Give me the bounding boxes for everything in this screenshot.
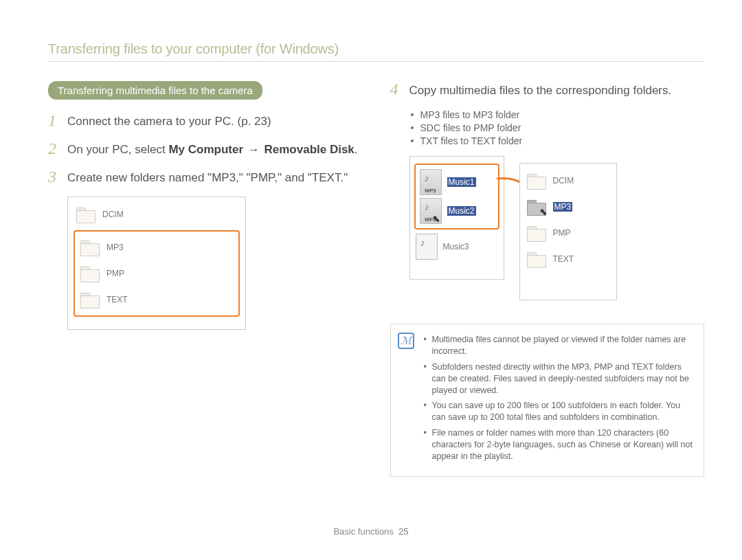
- source-files-window: ♪MP3 Music1 ♪MP3 Music2 ⬉ ♪ Music3: [409, 156, 504, 280]
- note-item: File names or folder names with more tha…: [424, 427, 695, 462]
- note-item: Subfolders nested directly within the MP…: [424, 361, 695, 396]
- folder-icon: [79, 265, 101, 282]
- step-3: 3 Create new folders named "MP3," "PMP,"…: [48, 168, 363, 186]
- folder-icon: [526, 224, 548, 242]
- folder-item-mp3-target: MP3 ⬉: [524, 194, 612, 220]
- folder-window-illustration: DCIM MP3 PMP TEXT: [67, 197, 246, 330]
- step-text: On your PC, select My Computer → Removab…: [67, 140, 358, 157]
- text-fragment: .: [355, 143, 358, 156]
- step-text: Connect the camera to your PC. (p. 23): [67, 112, 271, 129]
- cursor-icon: ⬉: [432, 213, 440, 224]
- mp3-file-icon: ♪MP3: [420, 169, 442, 195]
- page-header: Transferring files to your computer (for…: [48, 41, 704, 62]
- info-icon: ℳ: [398, 333, 414, 349]
- folder-icon: [79, 291, 101, 309]
- step-4: 4 Copy multimedia files to the correspon…: [390, 81, 705, 98]
- folder-label: TEXT: [106, 295, 128, 304]
- highlighted-new-folders: MP3 PMP TEXT: [74, 230, 240, 317]
- folder-item-pmp: PMP: [524, 220, 612, 246]
- text-fragment: On your PC, select: [67, 143, 168, 156]
- file-item-music3: ♪ Music3: [414, 232, 499, 261]
- folder-item-dcim: DCIM: [74, 201, 240, 227]
- drag-drop-illustration: ♪MP3 Music1 ♪MP3 Music2 ⬉ ♪ Music3: [409, 156, 705, 307]
- mp3-file-icon: ♪: [416, 234, 438, 260]
- folder-label-selected: MP3: [553, 202, 573, 212]
- file-label-selected: Music2: [447, 206, 476, 216]
- folder-label: MP3: [106, 243, 124, 252]
- file-item-music1: ♪MP3 Music1: [418, 168, 495, 197]
- bold-text: Removable Disk: [264, 143, 354, 156]
- sub-bullet: TXT files to TEXT folder: [411, 135, 705, 146]
- folder-icon: [79, 238, 101, 256]
- file-label: Music3: [443, 242, 469, 251]
- folder-item-pmp: PMP: [78, 260, 236, 287]
- folder-label: DCIM: [102, 210, 124, 219]
- note-item: Multimedia files cannot be played or vie…: [424, 334, 695, 357]
- folder-label: PMP: [106, 269, 124, 278]
- footer-page-number: 25: [398, 526, 408, 537]
- notes-box: ℳ Multimedia files cannot be played or v…: [390, 324, 705, 477]
- folder-item-mp3: MP3: [78, 234, 236, 260]
- step-text: Create new folders named "MP3," "PMP," a…: [67, 168, 348, 186]
- step-number: 3: [48, 168, 60, 185]
- folder-item-text: TEXT: [78, 287, 236, 313]
- file-label-selected: Music1: [447, 177, 476, 187]
- folder-icon: [526, 250, 548, 268]
- step-2: 2 On your PC, select My Computer → Remov…: [48, 140, 363, 157]
- step-text: Copy multimedia files to the correspondi…: [409, 81, 672, 98]
- left-column: Transferring multimedia files to the cam…: [48, 81, 363, 477]
- step-1: 1 Connect the camera to your PC. (p. 23): [48, 112, 363, 129]
- step-4-sub-bullets: MP3 files to MP3 folder SDC files to PMP…: [411, 109, 705, 146]
- arrow-icon: →: [247, 143, 261, 156]
- sub-bullet: SDC files to PMP folder: [411, 122, 705, 133]
- sub-bullet: MP3 files to MP3 folder: [411, 109, 705, 120]
- folder-label: DCIM: [553, 176, 574, 186]
- selected-files-highlight: ♪MP3 Music1 ♪MP3 Music2 ⬉: [414, 164, 499, 229]
- note-item: You can save up to 200 files or 100 subf…: [424, 400, 695, 423]
- file-item-music2: ♪MP3 Music2 ⬉: [418, 197, 495, 225]
- cursor-icon: ⬉: [539, 206, 548, 217]
- step-number: 2: [48, 140, 60, 157]
- folder-icon: [526, 172, 548, 190]
- section-subtitle-pill: Transferring multimedia files to the cam…: [48, 81, 262, 100]
- step-number: 1: [48, 112, 60, 128]
- destination-folders-window: DCIM MP3 ⬉ PMP TEXT: [519, 163, 617, 300]
- step-number: 4: [390, 81, 403, 98]
- right-column: 4 Copy multimedia files to the correspon…: [390, 81, 705, 477]
- folder-icon: [75, 205, 97, 223]
- bold-text: My Computer: [168, 143, 243, 156]
- folder-label: PMP: [553, 228, 571, 238]
- page-footer: Basic functions 25: [0, 526, 742, 537]
- footer-section: Basic functions: [333, 526, 393, 537]
- folder-item-text: TEXT: [524, 246, 612, 272]
- folder-item-dcim: DCIM: [524, 168, 612, 194]
- folder-label: TEXT: [553, 254, 574, 264]
